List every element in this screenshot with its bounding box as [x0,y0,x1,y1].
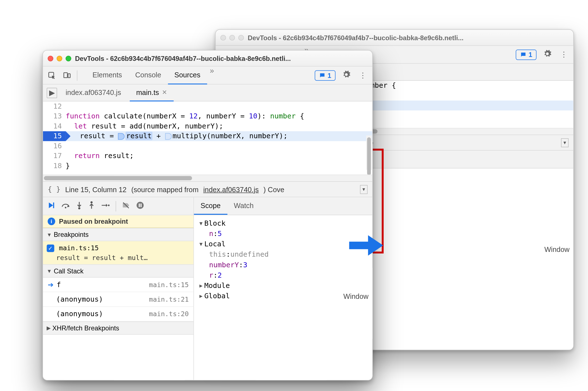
svg-rect-13 [140,203,142,207]
zoom-dot[interactable] [238,35,244,40]
titlebar: DevTools - 62c6b934c4b7f676049af4b7--buc… [216,30,573,46]
close-icon[interactable]: ✕ [162,89,167,96]
pause-exceptions-icon[interactable] [136,201,144,211]
arrow-icon [347,231,385,259]
scope-tabs: Scope Watch [194,197,372,215]
tab-scope[interactable]: Scope [194,197,227,215]
info-icon: i [48,218,55,225]
tab-elements[interactable]: Elements [86,66,129,84]
deactivate-bp-icon[interactable] [122,201,130,211]
scope-body: ▼Block n: 5 ▼Local this: undefined numbe… [194,215,372,380]
svg-point-10 [108,204,110,206]
stack-frame[interactable]: ➔ f main.ts:15 [43,278,193,292]
code-editor[interactable]: 12 13function calculate(numberX = 12, nu… [43,101,372,175]
minimize-dot[interactable] [57,56,62,61]
issues-badge[interactable]: 1 [315,70,336,80]
close-dot[interactable] [220,35,226,40]
chat-icon [319,72,326,79]
stack-frame[interactable]: (anonymous) main.ts:21 [43,292,193,307]
resume-icon[interactable] [47,201,55,211]
svg-rect-6 [53,202,54,208]
step-icon[interactable] [101,202,110,210]
titlebar: DevTools - 62c6b934c4b7f676049af4b7--buc… [43,51,372,66]
sourcemap-link[interactable]: index.af063740.js [203,185,259,193]
step-into-icon[interactable] [76,201,83,211]
chat-icon [520,51,527,58]
tab-console[interactable]: Console [129,66,168,84]
svg-rect-4 [64,72,68,77]
exec-marker-icon [165,133,172,140]
window-title: DevTools - 62c6b934c4b7f676049af4b7--buc… [248,34,568,41]
svg-point-9 [90,201,93,203]
panel-toolbar: Elements Console Sources » 1 ⋮ [43,66,372,84]
svg-rect-12 [139,203,140,207]
scope-global[interactable]: ▶GlobalWindow [198,291,369,301]
svg-point-11 [137,202,144,209]
settings-icon[interactable] [340,68,352,82]
scope-module[interactable]: ▶Module [198,280,369,291]
tab-watch[interactable]: Watch [227,197,260,215]
pretty-print-icon[interactable]: { } [48,185,61,193]
tab-sources[interactable]: Sources [168,66,207,84]
close-dot[interactable] [48,56,53,61]
step-out-icon[interactable] [88,201,95,211]
kebab-icon[interactable]: ⋮ [357,69,369,82]
window-title: DevTools - 62c6b934c4b7f676049af4b7--buc… [75,54,368,62]
stack-frame[interactable]: (anonymous) main.ts:20 [43,307,193,321]
traffic-lights [220,35,244,40]
section-breakpoints[interactable]: ▼Breakpoints [43,228,193,241]
scope-block[interactable]: ▼Block [198,218,369,228]
checkbox-icon[interactable]: ✓ [47,244,54,252]
file-tab-indexjs[interactable]: index.af063740.js [59,84,128,101]
current-frame-icon: ➔ [48,280,54,289]
exec-marker-icon [118,133,125,140]
svg-point-7 [65,207,66,208]
coverage-dropdown[interactable]: ▾ [561,138,568,147]
kebab-icon[interactable]: ⋮ [558,48,570,61]
file-tab-maints[interactable]: main.ts ✕ [130,84,174,101]
file-tabs: ▶ index.af063740.js main.ts ✕ [43,85,372,102]
issues-badge[interactable]: 1 [516,49,537,60]
debugger-sidebar: i Paused on breakpoint ▼Breakpoints ✓ ma… [43,197,194,380]
section-xhr[interactable]: ▶XHR/fetch Breakpoints [43,321,193,335]
navigator-toggle-icon[interactable]: ▶ [47,87,57,98]
paused-banner: i Paused on breakpoint [43,215,193,228]
inspect-icon[interactable] [47,70,57,80]
devtools-window-front: DevTools - 62c6b934c4b7f676049af4b7--buc… [42,50,373,380]
step-over-icon[interactable] [61,201,70,211]
h-scrollbar[interactable] [43,175,372,181]
coverage-dropdown[interactable]: ▾ [360,185,367,194]
v-scrollbar[interactable] [366,135,372,170]
settings-icon[interactable] [541,47,553,62]
minimize-dot[interactable] [229,35,235,40]
status-bar: { } Line 15, Column 12 (source mapped fr… [43,181,372,197]
svg-point-8 [78,207,80,209]
debugger-controls [43,197,193,215]
section-callstack[interactable]: ▼Call Stack [43,264,193,277]
more-tabs-icon[interactable]: » [207,66,217,84]
svg-rect-5 [68,73,70,77]
zoom-dot[interactable] [66,56,71,61]
traffic-lights [48,56,71,61]
device-icon[interactable] [62,70,72,80]
scope-local[interactable]: ▼Local [198,239,369,249]
breakpoint-entry[interactable]: ✓ main.ts:15 result = result + mult… [43,241,193,264]
